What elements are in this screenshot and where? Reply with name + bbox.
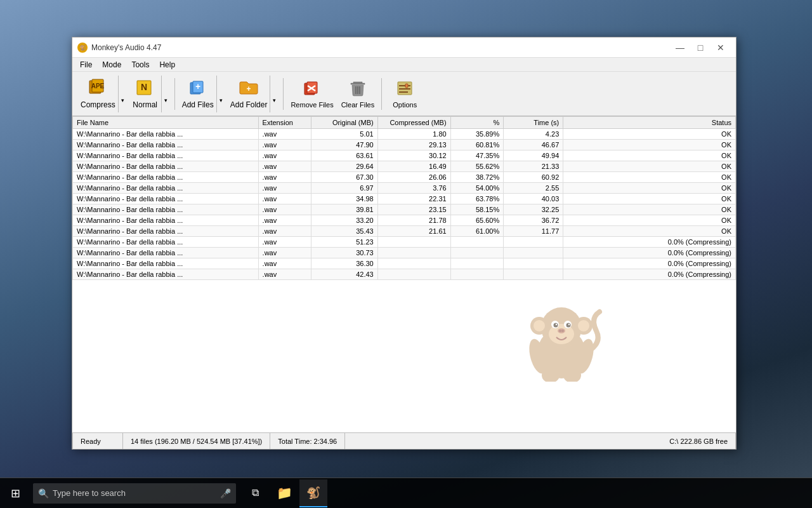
taskbar-search-box[interactable]: 🔍 Type here to search 🎤 [33,483,236,504]
normal-button-group[interactable]: N Normal ▾ [129,75,171,113]
cell-percent: 38.72% [450,172,504,183]
svg-text:+: + [195,81,200,91]
cell-time [504,248,563,258]
table-row[interactable]: W:\Mannarino - Bar della rabbia ... .wav… [73,140,736,150]
cell-filename: W:\Mannarino - Bar della rabbia ... [73,129,259,140]
compress-arrow[interactable]: ▾ [118,76,127,112]
minimize-button[interactable]: — [670,37,690,58]
normal-arrow[interactable]: ▾ [161,76,170,112]
maximize-button[interactable]: □ [690,37,710,58]
compress-button-group[interactable]: APE Compress ▾ [77,75,128,113]
search-icon: 🔍 [38,488,49,498]
separator-2 [283,78,284,110]
cell-extension: .wav [258,194,311,204]
add-folder-button-group[interactable]: + Add Folder ▾ [227,75,280,113]
table-row[interactable]: W:\Mannarino - Bar della rabbia ... .wav… [73,194,736,204]
remove-files-icon [303,79,322,100]
cell-original: 42.43 [311,269,378,280]
menu-tools[interactable]: Tools [126,59,154,70]
normal-button[interactable]: N Normal [129,76,161,112]
table-row[interactable]: W:\Mannarino - Bar della rabbia ... .wav… [73,161,736,172]
remove-files-button[interactable]: Remove Files [287,75,336,113]
cell-status: 0.0% (Compressing) [563,269,736,280]
file-table: File Name Extension Original (MB) Compre… [72,116,736,280]
col-time: Time (s) [504,117,563,129]
cell-time: 4.23 [504,129,563,140]
cell-extension: .wav [258,215,311,226]
cell-compressed: 22.31 [377,194,450,204]
menu-mode[interactable]: Mode [97,59,126,70]
status-disk-free: C:\ 222.86 GB free [345,433,736,449]
close-button[interactable]: ✕ [710,37,731,58]
taskbar-file-explorer[interactable]: 📁 [270,479,298,507]
cell-time: 49.94 [504,150,563,161]
add-folder-arrow[interactable]: ▾ [270,76,278,112]
normal-label: Normal [133,100,157,109]
add-folder-button[interactable]: + Add Folder [228,76,270,112]
cell-status: OK [563,140,736,150]
taskbar-task-view[interactable]: ⧉ [241,479,269,507]
cell-filename: W:\Mannarino - Bar della rabbia ... [73,172,259,183]
table-row[interactable]: W:\Mannarino - Bar della rabbia ... .wav… [73,150,736,161]
file-list-scroll[interactable]: File Name Extension Original (MB) Compre… [72,116,736,432]
table-row[interactable]: W:\Mannarino - Bar della rabbia ... .wav… [73,129,736,140]
cell-compressed: 30.12 [377,150,450,161]
cell-percent: 58.15% [450,204,504,215]
status-files-info: 14 files (196.20 MB / 524.54 MB [37.41%]… [123,433,270,449]
table-row[interactable]: W:\Mannarino - Bar della rabbia ... .wav… [73,204,736,215]
table-row[interactable]: W:\Mannarino - Bar della rabbia ... .wav… [73,258,736,269]
cell-filename: W:\Mannarino - Bar della rabbia ... [73,215,259,226]
taskbar-monkey-audio[interactable]: 🐒 [299,479,327,507]
cell-extension: .wav [258,237,311,248]
cell-filename: W:\Mannarino - Bar della rabbia ... [73,204,259,215]
compress-button[interactable]: APE Compress [78,76,118,112]
cell-percent [450,237,504,248]
separator-3 [381,78,382,110]
col-original: Original (MB) [311,117,378,129]
table-row[interactable]: W:\Mannarino - Bar della rabbia ... .wav… [73,248,736,258]
menu-file[interactable]: File [75,59,97,70]
add-folder-label: Add Folder [230,100,268,109]
cell-percent: 61.00% [450,226,504,237]
svg-rect-20 [405,84,408,88]
cell-extension: .wav [258,129,311,140]
cell-time [504,258,563,269]
window-title: Monkey's Audio 4.47 [91,43,670,52]
cell-filename: W:\Mannarino - Bar della rabbia ... [73,258,259,269]
cell-time: 40.03 [504,194,563,204]
cell-filename: W:\Mannarino - Bar della rabbia ... [73,150,259,161]
cell-status: OK [563,194,736,204]
add-files-arrow[interactable]: ▾ [216,76,225,112]
cell-time: 2.55 [504,183,563,194]
mic-icon[interactable]: 🎤 [220,488,231,498]
clear-files-button[interactable]: Clear Files [338,75,378,113]
table-row[interactable]: W:\Mannarino - Bar della rabbia ... .wav… [73,237,736,248]
cell-filename: W:\Mannarino - Bar della rabbia ... [73,269,259,280]
add-files-button-group[interactable]: + Add Files ▾ [179,75,226,113]
add-folder-icon: + [239,79,259,99]
clear-files-label: Clear Files [341,101,375,109]
cell-compressed: 21.61 [377,226,450,237]
cell-percent: 60.81% [450,140,504,150]
options-button[interactable]: Options [386,75,424,113]
svg-text:APE: APE [91,83,105,90]
cell-compressed: 29.13 [377,140,450,150]
table-row[interactable]: W:\Mannarino - Bar della rabbia ... .wav… [73,183,736,194]
menu-help[interactable]: Help [154,59,180,70]
cell-original: 35.43 [311,226,378,237]
start-button[interactable]: ⊞ [0,478,30,509]
table-row[interactable]: W:\Mannarino - Bar della rabbia ... .wav… [73,215,736,226]
add-files-button[interactable]: + Add Files [180,76,216,112]
title-bar: 🐒 Monkey's Audio 4.47 — □ ✕ [72,37,736,58]
cell-time: 11.77 [504,226,563,237]
cell-original: 33.20 [311,215,378,226]
cell-original: 34.98 [311,194,378,204]
remove-files-label: Remove Files [291,101,333,109]
table-row[interactable]: W:\Mannarino - Bar della rabbia ... .wav… [73,172,736,183]
cell-extension: .wav [258,140,311,150]
separator-1 [174,78,175,110]
table-row[interactable]: W:\Mannarino - Bar della rabbia ... .wav… [73,226,736,237]
table-row[interactable]: W:\Mannarino - Bar della rabbia ... .wav… [73,269,736,280]
cell-original: 6.97 [311,183,378,194]
cell-time [504,237,563,248]
